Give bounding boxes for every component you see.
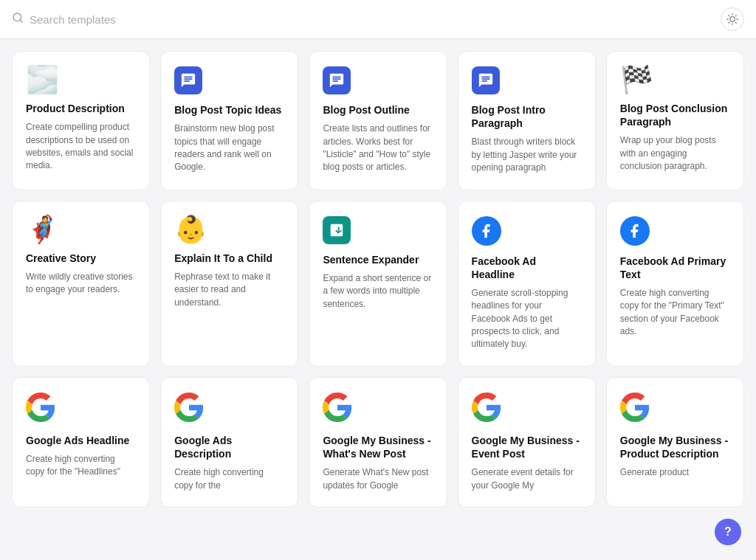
blog-post-outline-desc: Create lists and outlines for articles. … (323, 122, 433, 174)
sentence-expander-icon (323, 216, 433, 247)
facebook-ad-primary-text-icon (620, 216, 730, 249)
card-google-my-business-whats-new[interactable]: Google My Business - What's New Post Gen… (309, 377, 447, 508)
google-my-business-event-post-desc: Generate event details for your Google M… (472, 466, 582, 492)
facebook-ad-primary-text-title: Facebook Ad Primary Text (620, 255, 730, 281)
google-my-business-product-description-desc: Generate product (620, 466, 730, 479)
card-product-description[interactable]: 🌫️ Product Description Create compelling… (12, 51, 150, 190)
card-facebook-ad-primary-text[interactable]: Facebook Ad Primary Text Create high con… (606, 201, 744, 367)
google-my-business-product-description-icon (620, 393, 730, 428)
google-ads-description-title: Google Ads Description (174, 434, 284, 460)
google-my-business-whats-new-title: Google My Business - What's New Post (323, 434, 433, 460)
product-description-title: Product Description (26, 102, 136, 115)
svg-line-5 (729, 15, 729, 16)
card-creative-story[interactable]: 🦸 Creative Story Write wildly creative s… (12, 201, 150, 367)
google-ads-headline-desc: Create high converting copy for the "Hea… (26, 453, 136, 479)
facebook-ad-headline-desc: Generate scroll-stopping headlines for y… (472, 287, 582, 351)
help-button[interactable]: ? (715, 519, 741, 545)
blog-post-intro-paragraph-title: Blog Post Intro Paragraph (472, 103, 582, 130)
card-blog-post-conclusion-paragraph[interactable]: 🏁 Blog Post Conclusion Paragraph Wrap up… (606, 51, 744, 190)
blog-post-outline-title: Blog Post Outline (323, 103, 433, 117)
blog-post-intro-paragraph-icon (472, 66, 582, 97)
blog-post-topic-ideas-title: Blog Post Topic Ideas (174, 103, 284, 117)
card-blog-post-intro-paragraph[interactable]: Blog Post Intro Paragraph Blast through … (458, 51, 596, 190)
blog-post-conclusion-paragraph-desc: Wrap up your blog posts with an engaging… (620, 134, 730, 173)
sentence-expander-desc: Expand a short sentence or a few words i… (323, 272, 433, 311)
google-my-business-whats-new-desc: Generate What's New post updates for Goo… (323, 466, 433, 492)
sentence-expander-title: Sentence Expander (323, 253, 433, 266)
templates-grid: 🌫️ Product Description Create compelling… (0, 39, 756, 519)
card-blog-post-topic-ideas[interactable]: Blog Post Topic Ideas Brainstorm new blo… (160, 51, 298, 190)
card-google-my-business-product-description[interactable]: Google My Business - Product Description… (606, 377, 744, 508)
blog-post-conclusion-paragraph-icon: 🏁 (620, 66, 730, 93)
google-my-business-whats-new-icon (323, 393, 433, 428)
card-google-ads-description[interactable]: Google Ads Description Create high conve… (160, 377, 298, 508)
creative-story-title: Creative Story (26, 252, 136, 265)
creative-story-desc: Write wildly creative stories to engage … (26, 271, 136, 297)
google-my-business-product-description-title: Google My Business - Product Description (620, 434, 730, 460)
svg-line-10 (735, 15, 736, 16)
product-description-icon: 🌫️ (26, 66, 136, 93)
search-icon (12, 12, 24, 27)
explain-it-to-a-child-title: Explain It To a Child (174, 252, 284, 265)
svg-line-9 (729, 22, 729, 23)
explain-it-to-a-child-desc: Rephrase text to make it easier to read … (174, 271, 284, 309)
blog-post-intro-paragraph-desc: Blast through writers block by letting J… (472, 136, 582, 174)
blog-post-topic-ideas-desc: Brainstorm new blog post topics that wil… (174, 122, 284, 174)
blog-post-conclusion-paragraph-title: Blog Post Conclusion Paragraph (620, 102, 730, 128)
product-description-desc: Create compelling product descriptions t… (26, 121, 136, 173)
card-google-my-business-event-post[interactable]: Google My Business - Event Post Generate… (458, 377, 596, 508)
google-my-business-event-post-title: Google My Business - Event Post (472, 434, 582, 460)
blog-post-topic-ideas-icon (174, 66, 284, 97)
facebook-ad-headline-title: Facebook Ad Headline (472, 255, 582, 281)
svg-point-2 (730, 17, 735, 22)
google-my-business-event-post-icon (472, 393, 582, 428)
svg-line-6 (735, 22, 736, 23)
explain-it-to-a-child-icon: 👶 (174, 216, 284, 243)
theme-toggle-button[interactable] (721, 7, 744, 31)
svg-line-1 (20, 20, 22, 22)
search-bar (0, 0, 756, 39)
facebook-ad-primary-text-desc: Create high converting copy for the "Pri… (620, 287, 730, 339)
blog-post-outline-icon (323, 66, 433, 97)
google-ads-description-icon (174, 393, 284, 428)
facebook-ad-headline-icon (472, 216, 582, 249)
card-google-ads-headline[interactable]: Google Ads Headline Create high converti… (12, 377, 150, 508)
card-sentence-expander[interactable]: Sentence Expander Expand a short sentenc… (309, 201, 447, 367)
google-ads-headline-icon (26, 393, 136, 428)
card-facebook-ad-headline[interactable]: Facebook Ad Headline Generate scroll-sto… (458, 201, 596, 367)
search-input[interactable] (30, 13, 721, 26)
google-ads-description-desc: Create high converting copy for the (174, 466, 284, 492)
card-blog-post-outline[interactable]: Blog Post Outline Create lists and outli… (309, 51, 447, 190)
creative-story-icon: 🦸 (26, 216, 136, 243)
google-ads-headline-title: Google Ads Headline (26, 434, 136, 447)
card-explain-it-to-a-child[interactable]: 👶 Explain It To a Child Rephrase text to… (160, 201, 298, 367)
